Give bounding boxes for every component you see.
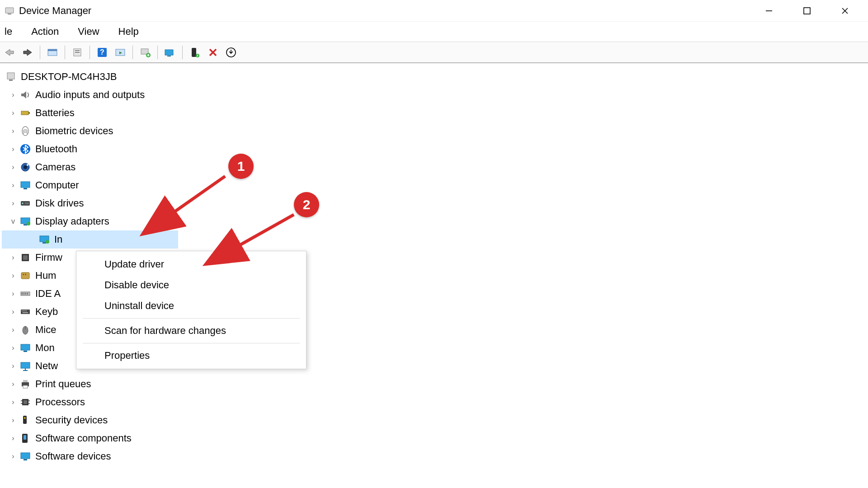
expander-icon[interactable]: ›: [8, 109, 18, 117]
expander-icon[interactable]: ›: [8, 253, 18, 262]
tree-root-label: DESKTOP-MC4H3JB: [21, 71, 117, 83]
tree-category-label: Biometric devices: [35, 125, 113, 137]
swdev-icon: [19, 450, 32, 463]
svg-rect-18: [167, 56, 171, 56]
tree-category-bluetooth[interactable]: › Bluetooth: [2, 140, 866, 158]
svg-rect-50: [22, 293, 23, 295]
expander-icon[interactable]: ›: [8, 145, 18, 153]
expander-icon[interactable]: ›: [8, 326, 18, 334]
expander-icon[interactable]: ›: [8, 434, 18, 442]
svg-rect-9: [75, 50, 80, 51]
toolbar-add-legacy-button[interactable]: [224, 46, 238, 59]
toolbar-scan-button[interactable]: [113, 46, 127, 59]
expander-icon[interactable]: ›: [8, 452, 18, 460]
svg-rect-79: [24, 459, 27, 460]
context-menu-uninstall-device[interactable]: Uninstall device: [76, 296, 306, 316]
tree-category-disk[interactable]: › Disk drives: [2, 194, 866, 212]
tree-category-computer[interactable]: › Computer: [2, 176, 866, 194]
menu-file[interactable]: le: [2, 24, 15, 39]
tree-category-label: Software components: [35, 432, 132, 444]
svg-rect-69: [24, 400, 27, 404]
tree-category-label: Netw: [35, 360, 58, 372]
toolbar-show-hidden-button[interactable]: [46, 46, 59, 59]
toolbar-back-button[interactable]: [3, 46, 16, 59]
svg-rect-66: [23, 380, 28, 382]
expander-icon[interactable]: ›: [8, 362, 18, 370]
device-manager-window: Device Manager le Action View Help: [0, 0, 868, 488]
tree-category-swdev[interactable]: › Software devices: [2, 447, 866, 465]
tree-category-cpu[interactable]: › Processors: [2, 393, 866, 411]
close-button[interactable]: [839, 5, 851, 17]
maximize-button[interactable]: [801, 5, 813, 17]
context-menu-update-driver[interactable]: Update driver: [76, 254, 306, 275]
tree-category-audio[interactable]: › Audio inputs and outputs: [2, 86, 866, 104]
svg-rect-67: [23, 385, 28, 388]
expander-icon[interactable]: ›: [8, 272, 18, 280]
expander-icon[interactable]: ›: [8, 181, 18, 189]
tree-category-label: Hum: [35, 270, 56, 282]
toolbar-disable-device-button[interactable]: [188, 46, 202, 59]
menu-help[interactable]: Help: [116, 24, 142, 39]
expander-icon[interactable]: ›: [8, 344, 18, 352]
context-menu-scan-for-hardware-changes[interactable]: Scan for hardware changes: [76, 320, 306, 341]
expander-icon[interactable]: v: [8, 217, 18, 225]
minimize-button[interactable]: [763, 5, 775, 17]
svg-text:?: ?: [100, 48, 104, 56]
context-menu-properties[interactable]: Properties: [76, 345, 306, 366]
tree-category-biometric[interactable]: › Biometric devices: [2, 122, 866, 140]
tree-root[interactable]: DESKTOP-MC4H3JB: [2, 68, 866, 86]
tree-category-label: Keyb: [35, 306, 58, 318]
tree-category-battery[interactable]: › Batteries: [2, 104, 866, 122]
expander-icon[interactable]: ›: [8, 91, 18, 99]
computer-root-icon: [5, 70, 17, 83]
toolbar-uninstall-device-button[interactable]: [206, 46, 220, 59]
svg-point-36: [22, 202, 23, 204]
tree-category-label: Print queues: [35, 378, 91, 390]
expander-icon[interactable]: ›: [8, 199, 18, 207]
expander-icon[interactable]: ›: [8, 398, 18, 406]
svg-rect-51: [24, 293, 24, 295]
svg-rect-17: [165, 50, 173, 55]
svg-rect-24: [7, 73, 14, 79]
menu-view[interactable]: View: [75, 24, 102, 39]
svg-rect-42: [42, 242, 46, 244]
context-menu-disable-device[interactable]: Disable device: [76, 275, 306, 296]
svg-rect-47: [23, 274, 24, 275]
tree-category-label: Security devices: [35, 414, 108, 426]
svg-point-32: [27, 164, 28, 166]
tree-category-label: Audio inputs and outputs: [35, 89, 145, 101]
toolbar-update-driver-button[interactable]: [138, 46, 152, 59]
tree-device-item[interactable]: In: [2, 230, 866, 249]
expander-icon[interactable]: ›: [8, 380, 18, 388]
expander-icon[interactable]: ›: [8, 416, 18, 424]
toolbar-properties-button[interactable]: [71, 46, 84, 59]
tree-category-camera[interactable]: › Cameras: [2, 158, 866, 176]
svg-rect-56: [23, 310, 24, 311]
biometric-icon: [19, 125, 32, 137]
toolbar-forward-button[interactable]: [21, 46, 34, 59]
tree-category-display[interactable]: v Display adapters: [2, 212, 866, 230]
tree-category-printer[interactable]: › Print queues: [2, 375, 866, 393]
svg-rect-46: [21, 272, 29, 279]
svg-point-75: [24, 417, 26, 419]
menu-action[interactable]: Action: [28, 24, 61, 39]
camera-icon: [19, 161, 32, 174]
toolbar-help-button[interactable]: ?: [95, 46, 109, 59]
tree-category-label: Bluetooth: [35, 143, 77, 155]
expander-icon[interactable]: ›: [8, 290, 18, 298]
expander-icon[interactable]: ›: [8, 127, 18, 135]
tree-category-security[interactable]: › Security devices: [2, 411, 866, 429]
svg-rect-7: [48, 49, 57, 51]
expander-icon[interactable]: ›: [8, 163, 18, 171]
toolbar-separator: [65, 46, 65, 59]
menubar: le Action View Help: [0, 22, 868, 42]
svg-rect-57: [24, 310, 25, 311]
svg-rect-19: [192, 48, 196, 57]
tree-category-label: Cameras: [35, 161, 75, 173]
tree-category-swcomp[interactable]: › Software components: [2, 429, 866, 447]
bluetooth-icon: [19, 143, 32, 155]
svg-rect-54: [21, 310, 30, 314]
expander-icon[interactable]: ›: [8, 308, 18, 316]
toolbar-enable-device-button[interactable]: [163, 46, 177, 59]
app-icon: [5, 6, 14, 16]
